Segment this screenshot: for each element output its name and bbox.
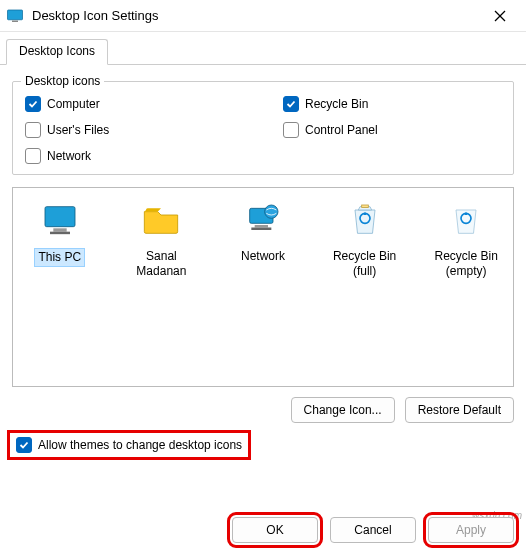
checkbox-box [16,437,32,453]
checkbox-recycle-bin[interactable]: Recycle Bin [283,96,501,112]
svg-rect-6 [50,232,70,235]
checkbox-box [283,122,299,138]
checkbox-label: Computer [47,97,100,111]
icon-recycle-bin-full[interactable]: Recycle Bin (full) [326,196,404,280]
icon-label: This PC [34,248,85,267]
app-icon [6,7,24,25]
checkbox-label: Control Panel [305,123,378,137]
checkbox-box [25,122,41,138]
icon-buttons-row: Change Icon... Restore Default [12,397,514,423]
tab-desktop-icons[interactable]: Desktop Icons [6,39,108,65]
icon-label: Recycle Bin (empty) [427,248,505,280]
icon-user-folder[interactable]: Sanal Madanan [123,196,201,280]
checkmark-icon [286,99,296,109]
icon-network[interactable]: Network [224,196,302,265]
group-legend: Desktop icons [21,74,104,88]
checkbox-users-files[interactable]: User's Files [25,122,243,138]
icon-this-pc[interactable]: This PC [21,196,99,267]
ok-button[interactable]: OK [232,517,318,543]
checkmark-icon [28,99,38,109]
tab-strip: Desktop Icons [0,32,526,65]
icon-label: Recycle Bin (full) [326,248,404,280]
checkbox-label: Network [47,149,91,163]
close-icon [494,10,506,22]
desktop-icons-group: Desktop icons Computer Recycle Bin User'… [12,81,514,175]
folder-icon [137,196,185,244]
monitor-icon [36,196,84,244]
svg-rect-10 [251,228,271,231]
svg-point-8 [265,205,278,218]
recycle-bin-full-icon [341,196,389,244]
content-area: Desktop icons Computer Recycle Bin User'… [0,65,526,465]
svg-rect-9 [255,225,268,228]
allow-themes-label: Allow themes to change desktop icons [38,438,242,452]
apply-button[interactable]: Apply [428,517,514,543]
checkmark-icon [19,440,29,450]
checkbox-box [25,148,41,164]
checkbox-computer[interactable]: Computer [25,96,243,112]
restore-default-button[interactable]: Restore Default [405,397,514,423]
recycle-bin-empty-icon [442,196,490,244]
checkbox-control-panel[interactable]: Control Panel [283,122,501,138]
dialog-footer: OK Cancel Apply [0,517,526,543]
checkbox-label: Recycle Bin [305,97,368,111]
network-icon [239,196,287,244]
checkbox-label: User's Files [47,123,109,137]
svg-rect-0 [8,10,23,20]
cancel-button[interactable]: Cancel [330,517,416,543]
icon-recycle-bin-empty[interactable]: Recycle Bin (empty) [427,196,505,280]
checkbox-box [283,96,299,112]
title-bar: Desktop Icon Settings [0,0,526,32]
icon-label: Sanal Madanan [123,248,201,280]
window-title: Desktop Icon Settings [32,8,480,23]
close-button[interactable] [480,0,520,32]
checkbox-box [25,96,41,112]
icon-label: Network [238,248,288,265]
icon-list-panel[interactable]: This PC Sanal Madanan [12,187,514,387]
checkbox-network[interactable]: Network [25,148,243,164]
change-icon-button[interactable]: Change Icon... [291,397,395,423]
svg-rect-1 [12,20,18,22]
svg-rect-12 [361,205,368,208]
allow-themes-checkbox[interactable]: Allow themes to change desktop icons [12,435,246,455]
svg-rect-4 [45,207,75,227]
svg-rect-5 [53,228,66,231]
